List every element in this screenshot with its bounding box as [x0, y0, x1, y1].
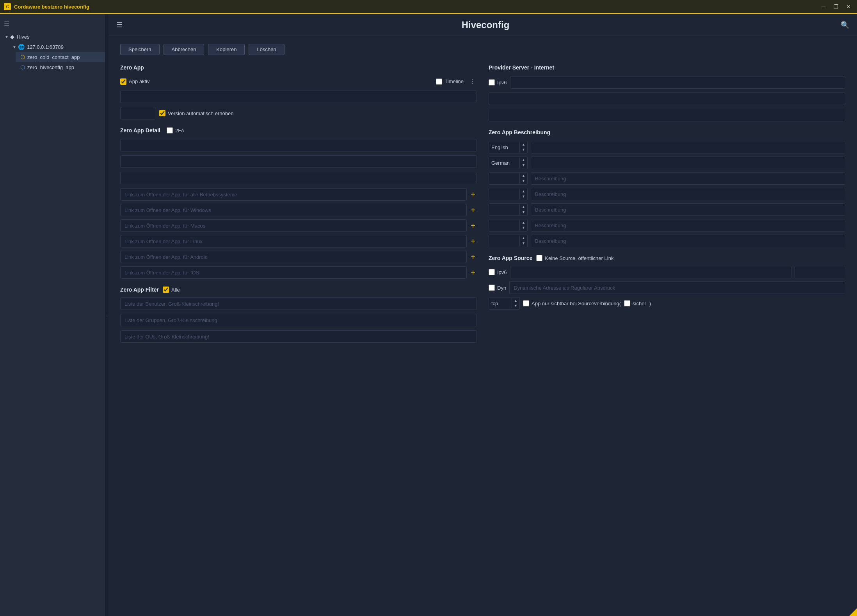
desc-row-1: English German French Spanish ▲ ▼: [489, 141, 845, 153]
lang-select-6-up[interactable]: ▲: [520, 220, 527, 225]
minimize-button[interactable]: ─: [819, 2, 828, 11]
sidebar-top-controls: ☰: [0, 17, 105, 31]
source-ipv6-checkbox[interactable]: [489, 269, 495, 275]
email-input[interactable]: email: [120, 91, 477, 103]
lang-select-1-up[interactable]: ▲: [520, 142, 527, 147]
lang-select-5[interactable]: English German: [489, 207, 519, 213]
source-ip-input[interactable]: 192.168.1.34: [510, 266, 791, 278]
action-buttons: Speichern Abbrechen Kopieren Löschen: [120, 44, 845, 55]
resize-handle[interactable]: ⋮: [105, 14, 108, 616]
link-macos-plus-button[interactable]: +: [469, 222, 477, 230]
sidebar-item-app1[interactable]: ⬡ zero_cold_contact_app: [16, 52, 105, 62]
sidebar-item-hives[interactable]: ▼ ◆ Hives: [0, 32, 105, 42]
app-name-input[interactable]: Cordaware#1234: [120, 139, 477, 151]
delete-button[interactable]: Löschen: [249, 44, 284, 55]
lang-select-2[interactable]: English German French Spanish: [489, 160, 519, 166]
lang-select-5-down[interactable]: ▼: [520, 210, 527, 215]
desc-row-6: English German ▲ ▼: [489, 219, 845, 231]
source-port-input[interactable]: 587,993,995: [795, 266, 845, 278]
source-conn-checkbox[interactable]: [523, 300, 529, 306]
link-linux-input[interactable]: [120, 235, 467, 247]
version-auto-checkbox[interactable]: [159, 110, 165, 116]
desc-input-5[interactable]: [531, 203, 845, 216]
no-source-checkbox[interactable]: [536, 255, 542, 261]
lang-select-6-down[interactable]: ▼: [520, 225, 527, 230]
lang-select-3-up[interactable]: ▲: [520, 173, 527, 178]
lang-select-3-down[interactable]: ▼: [520, 178, 527, 183]
bottom-corner-indicator: [849, 608, 857, 616]
app-aktiv-checkbox[interactable]: [120, 78, 126, 85]
users-filter-input[interactable]: [120, 297, 477, 310]
window-controls: ─ ❐ ✕: [819, 2, 853, 11]
save-button[interactable]: Speichern: [120, 44, 160, 55]
lang-select-1-down[interactable]: ▼: [520, 147, 527, 152]
lang-select-2-up[interactable]: ▲: [520, 158, 527, 163]
tcp-select-up[interactable]: ▲: [512, 298, 519, 303]
link-windows-plus-button[interactable]: +: [469, 206, 477, 214]
groups-filter-input[interactable]: [120, 314, 477, 326]
lang-select-3[interactable]: English German: [489, 176, 519, 182]
provider-server-input[interactable]: px1234.bestzero.world: [510, 76, 845, 89]
restore-button[interactable]: ❐: [831, 2, 841, 11]
cancel-button[interactable]: Abbrechen: [164, 44, 204, 55]
lang-select-4[interactable]: English German: [489, 191, 519, 197]
version-row: 0 Version automatisch erhöhen: [120, 107, 477, 119]
link-all-plus-button[interactable]: +: [469, 190, 477, 198]
sidebar-hamburger-icon[interactable]: ☰: [4, 20, 9, 28]
provider-ipv6-container: Ipv6: [489, 79, 507, 85]
link-macos-input[interactable]: [120, 219, 467, 232]
hamburger-icon[interactable]: ☰: [116, 21, 123, 29]
ous-filter-input[interactable]: [120, 330, 477, 343]
provider-ipv6-checkbox[interactable]: [489, 79, 495, 85]
close-button[interactable]: ✕: [844, 2, 853, 11]
beschreibung-title: Zero App Beschreibung: [489, 129, 845, 135]
link-android-plus-button[interactable]: +: [469, 253, 477, 261]
alle-container: Alle: [163, 287, 180, 293]
timeline-checkbox[interactable]: [436, 78, 442, 85]
provider-timeout-input[interactable]: 10: [489, 109, 845, 121]
tcp-select-down[interactable]: ▼: [512, 303, 519, 308]
lang-select-5-up[interactable]: ▲: [520, 205, 527, 210]
desc-input-6[interactable]: [531, 219, 845, 231]
desc-input-2[interactable]: E-Mail Postfach: [531, 157, 845, 169]
search-icon[interactable]: 🔍: [841, 21, 849, 29]
sidebar-app1-label: zero_cold_contact_app: [27, 54, 80, 60]
tree-arrow-server: ▼: [12, 45, 16, 49]
source-sicher-checkbox[interactable]: [624, 300, 630, 306]
version-number-input[interactable]: 0: [120, 107, 155, 119]
version-auto-container: Version automatisch erhöhen: [159, 110, 233, 116]
link-all-row: +: [120, 188, 477, 201]
source-dyn-checkbox[interactable]: [489, 285, 495, 291]
lang-select-2-down[interactable]: ▼: [520, 163, 527, 168]
link-ios-plus-button[interactable]: +: [469, 269, 477, 276]
lang-select-1[interactable]: English German French Spanish: [489, 144, 519, 150]
link-ios-input[interactable]: [120, 266, 467, 279]
link-windows-input[interactable]: [120, 204, 467, 216]
sidebar-item-server[interactable]: ▼ 🌐 127.0.0.1:63789: [8, 42, 105, 52]
three-dot-menu[interactable]: ⋮: [468, 76, 477, 87]
desc-input-1[interactable]: Email mailbox: [531, 141, 845, 153]
lang-select-4-up[interactable]: ▲: [520, 189, 527, 194]
lang-select-6[interactable]: English German: [489, 223, 519, 228]
app-url-input[interactable]: email.cordaware.test: [120, 155, 477, 168]
link-linux-plus-button[interactable]: +: [469, 237, 477, 245]
link-all-input[interactable]: [120, 188, 467, 201]
twofa-checkbox[interactable]: [167, 127, 173, 134]
desc-input-4[interactable]: [531, 188, 845, 200]
provider-port-input[interactable]: 63780: [489, 93, 845, 105]
lang-select-4-down[interactable]: ▼: [520, 194, 527, 199]
source-dyn-input[interactable]: [509, 281, 845, 294]
app-number-input[interactable]: 587,993,995: [120, 172, 477, 184]
desc-input-3[interactable]: [531, 172, 845, 185]
alle-checkbox[interactable]: [163, 287, 169, 293]
lang-select-3-container: English German ▲ ▼: [489, 172, 528, 185]
link-android-input[interactable]: [120, 251, 467, 263]
desc-row-2: English German French Spanish ▲ ▼: [489, 157, 845, 169]
sidebar-item-app2[interactable]: ⬡ zero_hiveconfig_app: [16, 62, 105, 72]
tcp-select[interactable]: tcp udp: [489, 301, 512, 306]
lang-select-7[interactable]: English German: [489, 238, 519, 244]
lang-select-7-down[interactable]: ▼: [520, 241, 527, 246]
desc-input-7[interactable]: [531, 235, 845, 247]
copy-button[interactable]: Kopieren: [208, 44, 245, 55]
lang-select-7-up[interactable]: ▲: [520, 236, 527, 241]
